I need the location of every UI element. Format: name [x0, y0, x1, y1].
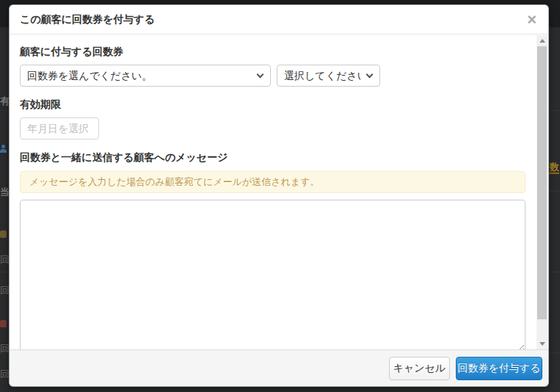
modal-header: この顧客に回数券を付与する × — [10, 5, 548, 35]
ticket-select[interactable]: 回数券を選んでください。 — [20, 65, 271, 87]
expiry-label: 有効期限 — [20, 98, 526, 112]
message-area-wrap — [20, 200, 526, 349]
scrollbar-up-icon[interactable] — [537, 35, 548, 46]
expiry-date-input[interactable] — [20, 117, 99, 139]
status-icon — [0, 320, 7, 327]
assign-ticket-modal: この顧客に回数券を付与する × 顧客に付与する回数券 回数券を選んでください。 … — [9, 4, 549, 387]
email-warning-alert: メッセージを入力した場合のみ顧客宛てにメールが送信されます。 — [20, 171, 526, 193]
person-icon — [0, 145, 8, 153]
assign-ticket-button[interactable]: 回数券を付与する — [456, 357, 542, 380]
scrollbar-down-icon[interactable] — [537, 338, 548, 349]
count-select[interactable]: 選択してください — [277, 65, 380, 87]
cancel-button[interactable]: キャンセル — [389, 357, 450, 380]
modal-body: 顧客に付与する回数券 回数券を選んでください。 選択してください 有効期限 回数… — [10, 35, 537, 349]
background-link-underline — [549, 173, 559, 174]
count-select-wrap: 選択してください — [277, 65, 380, 87]
modal-title: この顧客に回数券を付与する — [20, 13, 155, 26]
message-textarea[interactable] — [20, 200, 526, 349]
ticket-select-wrap: 回数券を選んでください。 — [20, 65, 271, 87]
status-icon — [0, 231, 7, 238]
message-label: 回数券と一緒に送信する顧客へのメッセージ — [20, 151, 526, 164]
modal-footer: キャンセル 回数券を付与する — [10, 349, 548, 386]
scrollbar-thumb[interactable] — [537, 46, 547, 319]
modal-scrollbar[interactable] — [537, 35, 548, 349]
ticket-select-label: 顧客に付与する回数券 — [20, 46, 526, 59]
close-icon[interactable]: × — [526, 12, 538, 28]
